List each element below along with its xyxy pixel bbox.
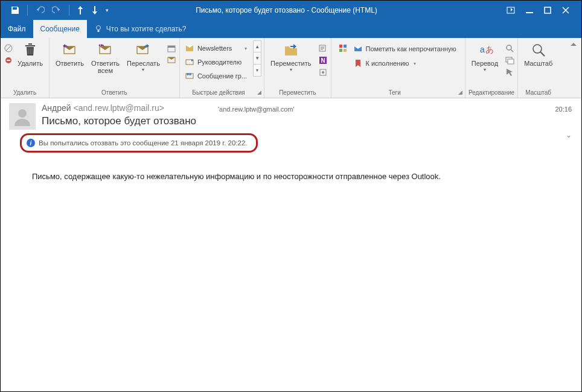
recipient-line: 'and.rew.lptw@gmail.com'	[218, 106, 295, 113]
qat-separator	[69, 5, 69, 16]
reply-button[interactable]: Ответить	[52, 40, 88, 88]
move-label: Переместить	[270, 60, 311, 67]
prev-item-icon[interactable]	[77, 6, 84, 14]
tags-side-actions	[334, 40, 350, 88]
undo-icon[interactable]	[35, 5, 45, 15]
move-button[interactable]: Переместить ▾	[267, 40, 315, 88]
svg-rect-13	[168, 46, 175, 48]
next-item-icon[interactable]	[91, 6, 98, 14]
reply-all-button[interactable]: Ответить всем	[88, 40, 123, 88]
group-label: Масштаб	[518, 88, 558, 98]
window-controls	[494, 7, 581, 14]
junk-icon[interactable]	[3, 55, 14, 66]
reply-label: Ответить	[56, 60, 84, 67]
group-zoom: Масштаб Масштаб	[518, 38, 558, 98]
reply-all-label: Ответить всем	[91, 60, 120, 74]
tell-me-placeholder: Что вы хотите сделать?	[106, 25, 187, 33]
forward-button[interactable]: Переслать ▾	[123, 40, 164, 88]
quick-steps-expand[interactable]: ▾	[253, 65, 261, 77]
svg-text:N: N	[321, 57, 325, 64]
group-label: Ответить	[50, 88, 179, 98]
meeting-reply-icon[interactable]	[166, 43, 177, 54]
header-text: Андрей <and.rew.lptw@mail.ru> Письмо, ко…	[42, 103, 573, 130]
chevron-down-icon: ▾	[414, 61, 416, 66]
quickstep-newsletters[interactable]: Newsletters ▾	[184, 42, 251, 55]
svg-point-23	[322, 71, 324, 74]
svg-point-31	[507, 45, 511, 50]
window-title: Письмо, которое будет отозвано - Сообщен…	[115, 6, 494, 14]
zoom-button[interactable]: Масштаб	[520, 40, 556, 88]
tab-message[interactable]: Сообщение	[33, 20, 87, 38]
from-email: <and.rew.lptw@mail.ru>	[74, 103, 164, 113]
onenote-icon[interactable]: N	[318, 55, 328, 66]
from-name: Андрей	[42, 103, 71, 113]
follow-up-button[interactable]: К исполнению ▾	[351, 57, 459, 70]
tab-file[interactable]: Файл	[1, 20, 33, 38]
chevron-down-icon: ▾	[484, 67, 486, 72]
quickstep-label: Newsletters	[197, 45, 232, 52]
delete-button[interactable]: Удалить	[14, 40, 46, 88]
delete-side-actions	[3, 40, 14, 88]
rules-icon[interactable]	[318, 43, 328, 54]
quickstep-manager[interactable]: Руководителю	[184, 55, 251, 69]
related-icon[interactable]	[504, 55, 515, 66]
recall-text: Вы попытались отозвать это сообщение 21 …	[39, 139, 248, 147]
group-label: Удалить	[1, 88, 49, 98]
move-side-actions: N	[315, 40, 328, 88]
dialog-launcher-icon[interactable]: ◢	[458, 89, 462, 95]
svg-point-18	[189, 73, 191, 75]
svg-rect-4	[97, 30, 99, 32]
lightbulb-icon	[94, 25, 103, 33]
save-icon[interactable]	[10, 5, 20, 15]
ribbon-display-options-icon[interactable]	[507, 7, 515, 14]
group-editing: aあ Перевод ▾ Редактирование	[465, 38, 518, 98]
svg-point-35	[533, 45, 542, 53]
svg-rect-25	[344, 45, 347, 48]
quick-steps-down[interactable]: ▼	[253, 52, 261, 65]
svg-point-37	[18, 109, 27, 118]
quickstep-group-message[interactable]: Сообщение гр...	[184, 69, 251, 83]
respond-side-actions	[164, 40, 177, 88]
svg-rect-26	[339, 49, 342, 52]
mark-unread-button[interactable]: Пометить как непрочитанную	[351, 42, 459, 55]
header-collapse-icon[interactable]: ⌄	[566, 131, 572, 139]
body-text: Письмо, содержащее какую-то нежелательну…	[32, 172, 441, 181]
translate-button[interactable]: aあ Перевод ▾	[468, 40, 502, 88]
tab-label: Файл	[8, 25, 26, 33]
tell-me-box[interactable]: Что вы хотите сделать?	[87, 20, 194, 38]
actions-icon[interactable]	[318, 67, 328, 78]
more-respond-icon[interactable]	[166, 55, 177, 66]
from-line: Андрей <and.rew.lptw@mail.ru>	[42, 103, 573, 113]
tab-label: Сообщение	[40, 25, 80, 33]
group-quick-steps: Newsletters ▾ Руководителю Сообщение гр.…	[180, 38, 264, 98]
group-tags: Пометить как непрочитанную К исполнению …	[331, 38, 465, 98]
svg-rect-34	[508, 59, 514, 64]
minimize-icon[interactable]	[526, 7, 533, 14]
quick-steps-list: Newsletters ▾ Руководителю Сообщение гр.…	[182, 40, 252, 88]
svg-text:a: a	[480, 45, 485, 54]
maximize-icon[interactable]	[544, 7, 551, 14]
dialog-launcher-icon[interactable]: ◢	[257, 89, 261, 95]
group-respond: Ответить Ответить всем Переслать ▾ Ответ…	[50, 38, 180, 98]
tags-list: Пометить как непрочитанную К исполнению …	[350, 40, 462, 88]
svg-rect-8	[7, 60, 10, 61]
ribbon: Удалить Удалить Ответить Ответить всем П…	[1, 38, 581, 98]
ignore-icon[interactable]	[3, 43, 14, 54]
quick-steps-up[interactable]: ▲	[253, 40, 261, 52]
select-icon[interactable]	[504, 67, 515, 78]
chevron-down-icon: ▾	[290, 67, 292, 72]
close-icon[interactable]	[562, 7, 569, 14]
svg-rect-24	[339, 45, 342, 48]
ribbon-collapse[interactable]	[569, 38, 581, 98]
translate-label: Перевод	[472, 60, 498, 67]
find-icon[interactable]	[504, 43, 515, 54]
zoom-label: Масштаб	[524, 60, 552, 67]
forward-label: Переслать	[127, 60, 160, 67]
redo-icon[interactable]	[52, 5, 62, 15]
qat-customize-icon[interactable]: ▾	[106, 7, 109, 13]
svg-line-36	[540, 52, 545, 56]
categorize-icon[interactable]	[337, 43, 348, 54]
qat-separator	[27, 5, 28, 16]
svg-rect-2	[545, 7, 551, 13]
ribbon-tabs: Файл Сообщение Что вы хотите сделать?	[1, 20, 581, 38]
